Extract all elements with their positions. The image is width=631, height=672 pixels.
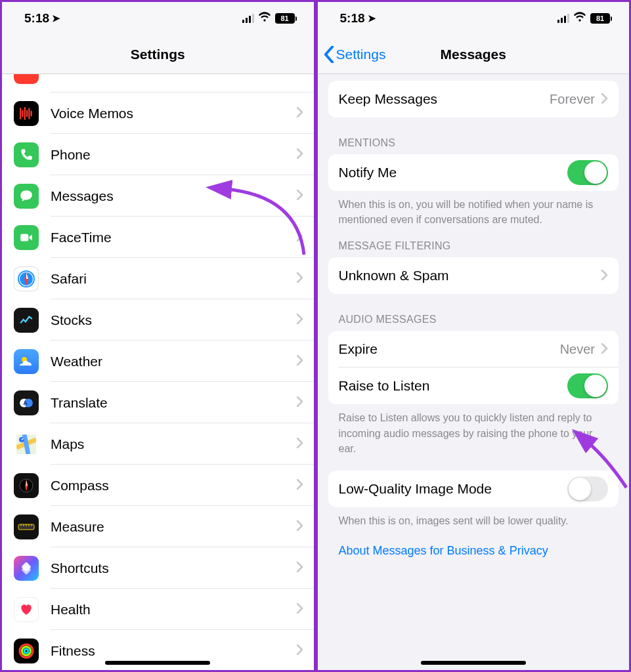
back-label: Settings — [336, 47, 386, 62]
label: Notify Me — [339, 165, 568, 180]
battery-icon: 81 — [275, 13, 297, 24]
chevron-right-icon — [297, 520, 314, 534]
back-button[interactable]: Settings — [323, 35, 386, 74]
chevron-right-icon — [601, 268, 608, 284]
cell-signal-icon — [557, 14, 569, 23]
settings-row-label: FaceTime — [51, 230, 297, 245]
value: Forever — [550, 92, 595, 107]
settings-row-label: Health — [51, 602, 297, 618]
value: Never — [560, 342, 595, 357]
svg-point-15 — [22, 646, 31, 655]
phone-messages-settings: 5:18 ➤ 81 Settings Messages Keep Message… — [316, 0, 632, 672]
settings-row-label: Measure — [51, 519, 297, 535]
row-unknown-spam[interactable]: Unknown & Spam — [328, 257, 619, 294]
chevron-right-icon — [297, 231, 314, 244]
settings-row-weather[interactable]: Weather — [2, 341, 314, 382]
row-expire[interactable]: Expire Never — [328, 331, 619, 368]
wifi-icon — [573, 11, 586, 26]
toggle-raise-to-listen[interactable] — [567, 373, 608, 398]
measure-icon — [14, 514, 39, 539]
cell-signal-icon — [242, 14, 254, 23]
settings-row-compass[interactable]: Compass — [2, 465, 314, 506]
settings-row-label: Weather — [51, 354, 297, 369]
settings-row-measure[interactable]: Measure — [2, 506, 314, 547]
footer-mentions: When this is on, you will be notified wh… — [318, 191, 630, 227]
wifi-icon — [258, 11, 271, 26]
settings-row-label: Fitness — [51, 643, 297, 659]
translate-icon: A — [14, 390, 39, 415]
chevron-left-icon — [323, 46, 335, 63]
settings-row-label: Phone — [51, 147, 297, 163]
compass-icon — [14, 473, 39, 498]
chevron-right-icon — [601, 341, 608, 357]
section-header-mentions: MENTIONS — [318, 117, 630, 154]
settings-row-safari[interactable]: Safari — [2, 258, 314, 299]
label: Keep Messages — [339, 91, 550, 107]
svg-rect-0 — [20, 234, 28, 241]
chevron-right-icon — [297, 314, 314, 327]
settings-row-stocks[interactable]: Stocks — [2, 299, 314, 341]
location-icon: ➤ — [368, 12, 376, 24]
chevron-right-icon — [297, 148, 314, 161]
weather-icon — [14, 349, 39, 374]
messages-icon — [14, 184, 39, 209]
settings-scroll[interactable]: Voice MemosPhoneMessagesFaceTimeSafariSt… — [2, 74, 314, 670]
phone-icon — [14, 142, 39, 167]
footer-lowquality: When this is on, images sent will be low… — [318, 507, 630, 528]
location-icon: ➤ — [52, 12, 60, 24]
settings-row-phone[interactable]: Phone — [2, 134, 314, 175]
battery-icon: 81 — [590, 13, 612, 24]
settings-row-label: Safari — [51, 271, 297, 287]
status-time: 5:18 — [340, 11, 365, 26]
chevron-right-icon — [297, 644, 314, 658]
settings-row-label: Translate — [51, 395, 297, 411]
label: Low-Quality Image Mode — [339, 481, 568, 497]
phone-settings-list: 5:18 ➤ 81 Settings Voice MemosPhoneMessa… — [0, 0, 316, 672]
toggle-low-quality[interactable] — [567, 476, 608, 501]
label: Unknown & Spam — [339, 268, 602, 284]
settings-row-label: Voice Memos — [51, 106, 297, 121]
chevron-right-icon — [297, 107, 314, 120]
settings-row-voicememos[interactable]: Voice Memos — [2, 93, 314, 134]
settings-row-label: Messages — [51, 188, 297, 204]
row-raise-to-listen[interactable]: Raise to Listen — [328, 368, 619, 404]
settings-row-maps[interactable]: Maps — [2, 423, 314, 465]
toggle-notify-me[interactable] — [567, 160, 608, 185]
row-low-quality[interactable]: Low-Quality Image Mode — [328, 471, 619, 507]
label: Expire — [339, 341, 560, 357]
settings-row-partial[interactable] — [2, 74, 314, 93]
svg-point-16 — [24, 649, 28, 653]
chevron-right-icon — [297, 562, 314, 575]
settings-row-health[interactable]: Health — [2, 589, 314, 630]
status-time: 5:18 — [24, 11, 49, 26]
facetime-icon — [14, 225, 39, 250]
footer-audio: Raise to Listen allows you to quickly li… — [318, 404, 630, 456]
page-title: Messages — [441, 47, 506, 62]
home-indicator — [421, 661, 526, 665]
messages-settings-scroll[interactable]: Keep Messages Forever MENTIONS Notify Me… — [318, 74, 630, 670]
battery-level: 81 — [590, 13, 610, 24]
chevron-right-icon — [297, 396, 314, 410]
safari-icon — [14, 266, 39, 291]
settings-row-messages[interactable]: Messages — [2, 175, 314, 217]
navbar: Settings Messages — [318, 35, 630, 74]
section-header-audio: AUDIO MESSAGES — [318, 294, 630, 331]
navbar: Settings — [2, 35, 314, 74]
voicememos-icon — [14, 101, 39, 126]
status-bar: 5:18 ➤ 81 — [2, 2, 314, 35]
chevron-right-icon — [297, 603, 314, 616]
home-indicator — [105, 661, 210, 665]
settings-row-translate[interactable]: ATranslate — [2, 382, 314, 423]
chevron-right-icon — [297, 479, 314, 492]
settings-row-label: Stocks — [51, 312, 297, 328]
page-title: Settings — [131, 47, 185, 62]
stocks-icon — [14, 308, 39, 333]
link-about-privacy[interactable]: About Messages for Business & Privacy — [318, 528, 630, 574]
row-keep-messages[interactable]: Keep Messages Forever — [328, 81, 619, 117]
label: Raise to Listen — [339, 378, 568, 394]
settings-row-shortcuts[interactable]: Shortcuts — [2, 547, 314, 589]
chevron-right-icon — [601, 91, 608, 107]
chevron-right-icon — [297, 272, 314, 285]
row-notify-me[interactable]: Notify Me — [328, 154, 619, 191]
settings-row-facetime[interactable]: FaceTime — [2, 217, 314, 258]
